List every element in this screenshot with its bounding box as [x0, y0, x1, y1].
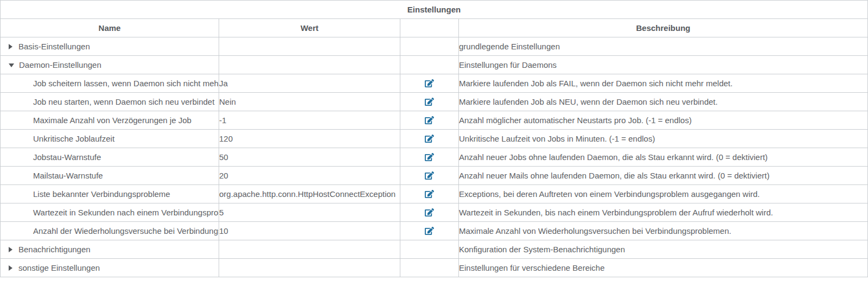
table-header-row: Name Wert Beschreibung: [1, 19, 868, 37]
edit-icon: [425, 118, 434, 126]
table-row-setting: Maximale Anzahl von Verzögerungen je Job…: [1, 111, 868, 130]
edit-button[interactable]: [423, 97, 436, 107]
edit-icon: [425, 228, 434, 237]
edit-cell: [400, 240, 459, 259]
edit-cell: [400, 259, 459, 277]
setting-value: -1: [219, 111, 400, 130]
edit-button[interactable]: [423, 226, 436, 236]
setting-value: [219, 56, 400, 74]
edit-button[interactable]: [423, 207, 436, 218]
group-name: Daemon-Einstellungen: [19, 60, 101, 69]
edit-button[interactable]: [423, 133, 436, 144]
table-row-setting: Anzahl der Wiederholungsversuche bei Ver…: [1, 222, 868, 240]
table-row-setting: Wartezeit in Sekunden nach einem Verbind…: [1, 203, 868, 222]
table-row-group[interactable]: Benachrichtigungen Konfiguration der Sys…: [1, 240, 868, 259]
table-row-setting: Jobstau-Warnstufe 50 Anzahl neuer Jobs o…: [1, 148, 868, 167]
setting-value: Nein: [219, 93, 400, 111]
table-title: Einstellungen: [1, 1, 868, 19]
group-name: Benachrichtigungen: [18, 245, 91, 254]
edit-button[interactable]: [423, 152, 436, 162]
setting-value: 120: [219, 130, 400, 148]
edit-button[interactable]: [423, 170, 436, 181]
setting-description: Unkritische Laufzeit von Jobs in Minuten…: [459, 130, 868, 148]
setting-name: Mailstau-Warnstufe: [1, 167, 219, 185]
setting-value: 5: [219, 203, 400, 222]
setting-value: 10: [219, 222, 400, 240]
setting-name: Unkritische Joblaufzeit: [1, 130, 219, 148]
setting-description: Anzahl neuer Mails ohne laufenden Daemon…: [459, 167, 868, 185]
setting-name: Anzahl der Wiederholungsversuche bei Ver…: [1, 222, 219, 240]
setting-value: [219, 259, 400, 277]
setting-description: Anzahl neuer Jobs ohne laufenden Daemon,…: [459, 148, 868, 167]
group-name: sonstige Einstellungen: [18, 263, 100, 272]
expand-expanded-icon[interactable]: [9, 63, 14, 67]
expand-collapsed-icon[interactable]: [9, 247, 12, 252]
setting-description: Exceptions, bei deren Auftreten von eine…: [459, 185, 868, 203]
setting-name: Job scheitern lassen, wenn Daemon sich n…: [1, 74, 219, 93]
setting-description: Konfiguration der System-Benachrichtigun…: [459, 240, 868, 259]
column-header-beschreibung: Beschreibung: [459, 19, 868, 37]
table-row-group[interactable]: sonstige Einstellungen Einstellungen für…: [1, 259, 868, 277]
setting-description: grundlegende Einstellungen: [459, 37, 868, 56]
setting-description: Maximale Anzahl von Wiederholungsversuch…: [459, 222, 868, 240]
setting-description: Markiere laufenden Job als NEU, wenn der…: [459, 93, 868, 111]
edit-button[interactable]: [423, 115, 436, 125]
column-header-edit: [400, 19, 459, 37]
edit-icon: [425, 81, 434, 89]
setting-value: 50: [219, 148, 400, 167]
group-name: Basis-Einstellungen: [18, 42, 90, 51]
column-header-name: Name: [1, 19, 219, 37]
setting-value: org.apache.http.conn.HttpHostConnectExce…: [219, 185, 400, 203]
edit-icon: [425, 155, 434, 163]
setting-value: [219, 37, 400, 56]
table-row-setting: Job scheitern lassen, wenn Daemon sich n…: [1, 74, 868, 93]
edit-cell: [400, 56, 459, 74]
table-row-setting: Mailstau-Warnstufe 20 Anzahl neuer Mails…: [1, 167, 868, 185]
table-row-group[interactable]: Daemon-Einstellungen Einstellungen für D…: [1, 56, 868, 74]
edit-icon: [425, 192, 434, 200]
table-title-row: Einstellungen: [1, 1, 868, 19]
setting-description: Anzahl möglicher automatischer Neustarts…: [459, 111, 868, 130]
expand-collapsed-icon[interactable]: [9, 44, 12, 49]
table-row-setting: Liste bekannter Verbindungsprobleme org.…: [1, 185, 868, 203]
edit-icon: [425, 173, 434, 181]
setting-name: Jobstau-Warnstufe: [1, 148, 219, 167]
edit-icon: [425, 210, 434, 218]
setting-name: Liste bekannter Verbindungsprobleme: [1, 185, 219, 203]
expand-collapsed-icon[interactable]: [9, 265, 12, 271]
setting-name: Wartezeit in Sekunden nach einem Verbind…: [1, 203, 219, 222]
setting-value: [219, 240, 400, 259]
setting-name: Job neu starten, wenn Daemon sich neu ve…: [1, 93, 219, 111]
column-header-wert: Wert: [219, 19, 400, 37]
setting-description: Wartezeit in Sekunden, bis nach einem Ve…: [459, 203, 868, 222]
edit-icon: [425, 136, 434, 144]
settings-table: Einstellungen Name Wert Beschreibung Bas…: [0, 0, 868, 277]
edit-button[interactable]: [423, 78, 436, 88]
table-row-group[interactable]: Basis-Einstellungen grundlegende Einstel…: [1, 37, 868, 56]
setting-description: Markiere laufenden Job als FAIL, wenn de…: [459, 74, 868, 93]
setting-name: Maximale Anzahl von Verzögerungen je Job: [1, 111, 219, 130]
edit-button[interactable]: [423, 189, 436, 199]
setting-description: Einstellungen für verschiedene Bereiche: [459, 259, 868, 277]
setting-description: Einstellungen für Daemons: [459, 56, 868, 74]
table-row-setting: Job neu starten, wenn Daemon sich neu ve…: [1, 93, 868, 111]
table-row-setting: Unkritische Joblaufzeit 120 Unkritische …: [1, 130, 868, 148]
setting-value: Ja: [219, 74, 400, 93]
setting-value: 20: [219, 167, 400, 185]
edit-cell: [400, 37, 459, 56]
edit-icon: [425, 99, 434, 107]
